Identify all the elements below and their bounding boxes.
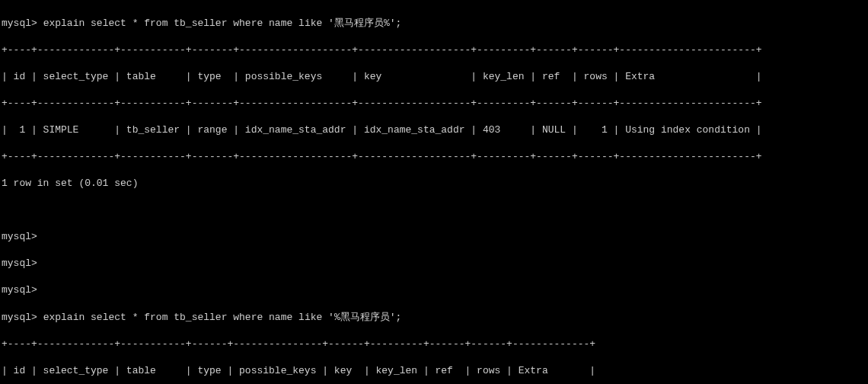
prompt-line[interactable]: mysql>	[2, 230, 866, 244]
prompt-line[interactable]: mysql> explain select * from tb_seller w…	[2, 17, 866, 30]
prompt-line[interactable]: mysql>	[2, 283, 866, 297]
result-footer: 1 row in set (0.01 sec)	[2, 177, 866, 190]
query-text: explain select * from tb_seller where na…	[43, 18, 402, 29]
prompt: mysql>	[2, 312, 37, 323]
table-border: +----+-------------+-----------+-------+…	[2, 97, 866, 110]
table-header: | id | select_type | table | type | poss…	[2, 364, 866, 378]
prompt-line[interactable]: mysql> explain select * from tb_seller w…	[2, 311, 866, 325]
table-header: | id | select_type | table | type | poss…	[2, 70, 866, 84]
table-row: | 1 | SIMPLE | tb_seller | range | idx_n…	[2, 123, 866, 137]
prompt: mysql>	[2, 18, 37, 29]
query-text: explain select * from tb_seller where na…	[43, 312, 402, 323]
table-border: +----+-------------+-----------+-------+…	[2, 150, 866, 164]
table-border: +----+-------------+-----------+------+-…	[2, 338, 866, 351]
table-border: +----+-------------+-----------+-------+…	[2, 43, 866, 57]
blank-line	[2, 203, 866, 217]
prompt-line[interactable]: mysql>	[2, 257, 866, 270]
terminal-output: mysql> explain select * from tb_seller w…	[0, 0, 868, 384]
